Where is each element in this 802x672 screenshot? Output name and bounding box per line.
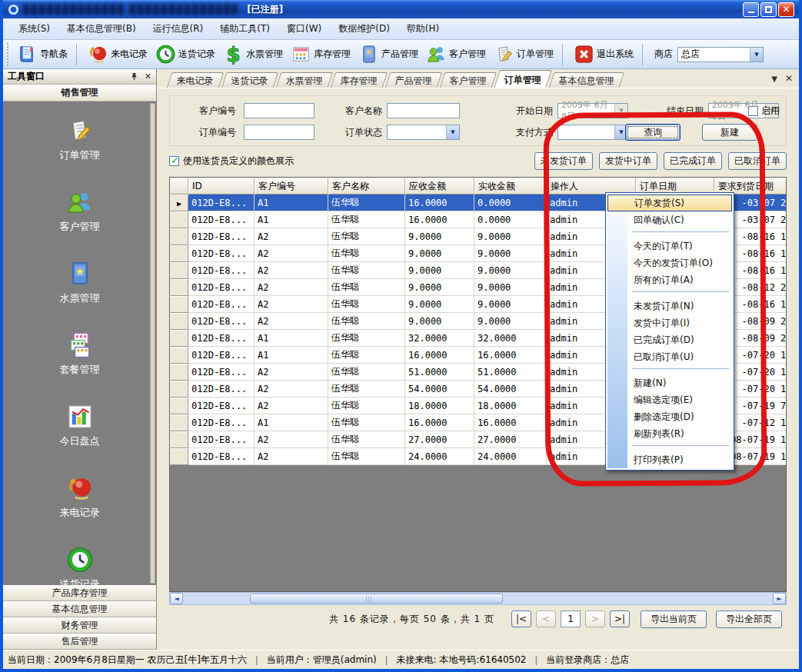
column-header[interactable]: ID [188,178,255,195]
search-button[interactable]: 查询 [625,124,681,141]
sidebar-item[interactable]: 订单管理 [60,117,100,162]
toolbar-button[interactable]: 来电记录 [84,42,151,66]
column-header[interactable]: 实收金额 [474,178,547,195]
row-selector-cell[interactable] [170,398,188,414]
tab[interactable]: 水票管理 [276,72,333,88]
sidebar-item[interactable]: 今日盘点 [60,403,100,448]
tab-overflow-icon[interactable]: ▼ [771,75,777,83]
sidebar-group-sales[interactable]: 销售管理 [3,85,156,101]
pay-method-select[interactable]: ▼ [557,125,628,140]
sidebar-group-bar[interactable]: 财务管理 [3,617,156,634]
prev-page-button[interactable]: < [536,610,556,627]
row-selector-cell[interactable] [170,228,188,245]
status-filter-button[interactable]: 发货中订单 [599,152,657,170]
new-button[interactable]: 新建 [702,124,757,141]
tab[interactable]: 来电记录 [167,72,224,88]
toolbar-button[interactable]: 产品管理 [354,42,422,66]
sidebar-scrollbar[interactable] [150,103,155,584]
sidebar-close-icon[interactable]: ✕ [145,72,151,82]
context-menu-item[interactable]: 新建(N) [606,374,734,391]
scroll-left-icon[interactable]: ◄ [170,593,183,604]
tab[interactable]: 基本信息管理 [549,72,624,88]
column-header[interactable]: 应收金额 [405,178,474,195]
sidebar-item[interactable]: 来电记录 [60,474,100,520]
row-selector-cell[interactable] [170,364,188,381]
toolbar-button[interactable]: 送货记录 [151,42,219,66]
close-button[interactable]: ✕ [778,2,794,17]
order-status-select[interactable]: ▼ [387,125,460,140]
context-menu-item[interactable]: 打印列表(P) [606,451,734,468]
toolbar-button[interactable]: 退出系统 [570,42,650,67]
chevron-down-icon[interactable]: ▼ [750,48,763,62]
export-all-pages-button[interactable]: 导出全部页 [716,610,782,628]
row-selector-cell[interactable] [170,296,188,313]
status-filter-button[interactable]: 已完成订单 [664,152,722,170]
menubar-item[interactable]: 数据维护(D) [331,19,398,38]
sidebar-group-bar[interactable]: 产品库存管理 [3,585,156,601]
menubar-item[interactable]: 基本信息管理(B) [59,19,144,38]
tab-close-icon[interactable]: ✕ [785,73,793,84]
context-menu-item[interactable]: 所有的订单(A) [606,271,734,288]
row-selector-cell[interactable] [170,330,188,347]
menubar-item[interactable]: 窗口(W) [279,19,329,38]
driver-color-checkbox[interactable] [169,156,179,166]
menubar-item[interactable]: 辅助工具(T) [212,19,278,38]
context-menu-item[interactable]: 今天的订单(T) [606,238,734,254]
tab[interactable]: 送货记录 [221,72,278,88]
scroll-right-icon[interactable]: ► [773,593,786,604]
context-menu-item[interactable]: 发货中订单(I) [606,314,734,331]
context-menu-item[interactable] [606,291,734,298]
row-selector-cell[interactable] [170,414,188,431]
sidebar-group-bar[interactable]: 售后管理 [3,634,156,650]
context-menu-item[interactable]: 未发货订单(N) [606,298,734,314]
customer-name-input[interactable] [387,103,460,118]
export-current-page-button[interactable]: 导出当前页 [641,610,707,628]
context-menu-item[interactable]: 已完成订单(D) [606,331,734,348]
context-menu-item[interactable]: 刷新列表(R) [606,425,734,442]
context-menu-item[interactable]: 订单发货(S) [607,195,732,211]
row-selector-cell[interactable] [170,381,188,398]
tab[interactable]: 客户管理 [440,72,497,88]
tab[interactable]: 订单管理 [494,70,551,88]
row-selector-cell[interactable] [170,262,188,279]
toolbar-button[interactable]: 客户管理 [422,42,490,66]
row-selector-cell[interactable] [170,431,188,448]
next-page-button[interactable]: > [585,610,605,627]
menubar-item[interactable]: 运行信息(R) [145,19,211,38]
sidebar-item[interactable]: 客户管理 [60,188,100,234]
last-page-button[interactable]: >| [610,610,630,627]
context-menu-item[interactable]: 编辑选定项(E) [606,391,734,408]
toolbar-button[interactable]: 导航条 [13,42,84,67]
menubar-item[interactable]: 系统(S) [11,19,58,38]
toolbar-button[interactable]: $ 水票管理 [219,42,287,66]
horizontal-scrollbar[interactable]: ◄ ► [169,592,787,605]
sidebar-group-bar[interactable]: 基本信息管理 [3,601,156,617]
status-filter-button[interactable]: 未发货订单 [534,152,593,170]
shop-select[interactable]: 总店 ▼ [677,47,764,62]
row-selector-cell[interactable] [170,245,188,262]
context-menu-item[interactable]: 已取消订单(U) [606,348,734,365]
pin-icon[interactable] [130,72,138,81]
row-selector-cell[interactable] [170,195,188,211]
menubar-item[interactable]: 帮助(H) [399,19,447,38]
enable-checkbox[interactable] [748,106,758,116]
row-selector-cell[interactable] [170,313,188,330]
column-header[interactable]: 客户名称 [328,178,405,195]
row-selector-cell[interactable] [170,211,188,228]
status-filter-button[interactable]: 已取消订单 [728,152,787,170]
context-menu-item[interactable]: 回单确认(C) [606,211,734,228]
toolbar-button[interactable]: 库存管理 [287,42,354,66]
context-menu-item[interactable] [606,231,734,238]
first-page-button[interactable]: |< [511,610,531,627]
context-menu-item[interactable]: 今天的发货订单(O) [606,254,734,271]
scrollbar-thumb[interactable] [250,594,502,604]
maximize-button[interactable] [760,2,777,17]
row-selector-cell[interactable] [170,279,188,296]
sidebar-item[interactable]: 送货记录 [60,546,100,585]
minimize-button[interactable] [743,2,759,17]
customer-no-input[interactable] [244,103,314,118]
context-menu-item[interactable]: 删除选定项(D) [606,408,734,425]
row-selector-cell[interactable] [170,448,188,465]
chevron-down-icon[interactable]: ▼ [446,125,459,139]
toolbar-button[interactable]: 订单管理 [490,42,570,67]
